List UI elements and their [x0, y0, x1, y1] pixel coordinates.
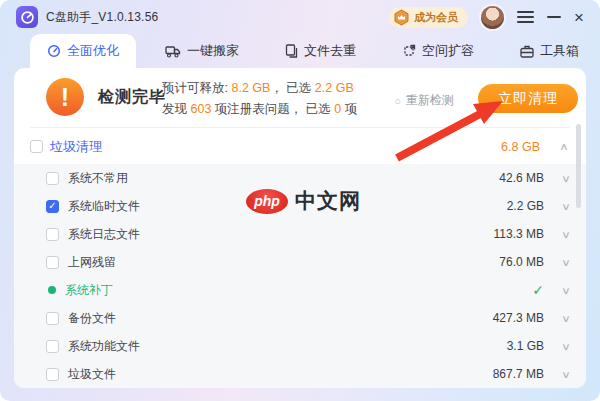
checkbox[interactable]: [46, 312, 59, 325]
tab-file-dedupe[interactable]: 文件去重: [268, 34, 373, 68]
list-item-label: 上网残留: [68, 254, 116, 271]
app-title: C盘助手_V1.0.13.56: [46, 9, 158, 26]
list-item-label: 系统日志文件: [68, 226, 140, 243]
tab-full-optimize[interactable]: 全面优化: [30, 34, 136, 68]
become-member-button[interactable]: 成为会员: [389, 7, 468, 28]
chevron-up-icon[interactable]: ∧: [556, 141, 572, 152]
scan-status: 检测完毕: [98, 87, 166, 108]
expand-space-icon: [402, 44, 416, 58]
releasable-size: 8.2 GB: [231, 81, 270, 95]
chevron-down-icon[interactable]: ∨: [558, 229, 574, 240]
item-size: 76.0 MB: [499, 255, 544, 269]
checkbox[interactable]: [46, 172, 59, 185]
chevron-down-icon[interactable]: ∨: [558, 369, 574, 380]
clean-now-button[interactable]: 立即清理: [478, 84, 578, 113]
tab-one-key-move[interactable]: 一键搬家: [148, 34, 256, 68]
chevron-down-icon[interactable]: ∨: [558, 257, 574, 268]
list-item-label: 备份文件: [68, 310, 116, 327]
list-item[interactable]: 垃圾文件 867.7 MB ∨: [14, 360, 586, 388]
summary-line2: 发现 603 项注册表问题， 已选 0 项: [162, 99, 357, 120]
list-item-label: 系统不常用: [68, 170, 128, 187]
truck-icon: [165, 45, 181, 58]
recheck-label: 重新检测: [406, 92, 454, 109]
summary-line1: 预计可释放: 8.2 GB， 已选 2.2 GB: [162, 78, 357, 99]
item-size: 867.7 MB: [493, 367, 544, 381]
list-item[interactable]: 备份文件 427.3 MB ∨: [14, 304, 586, 332]
green-dot-icon: [48, 286, 56, 294]
item-size: 42.6 MB: [499, 171, 544, 185]
item-size: 2.2 GB: [507, 199, 544, 213]
tab-label: 文件去重: [304, 42, 356, 60]
checkbox-checked[interactable]: ✓: [46, 200, 59, 213]
chevron-down-icon[interactable]: ∨: [558, 313, 574, 324]
chevron-down-icon[interactable]: ∨: [558, 285, 574, 296]
minimize-icon[interactable]: [547, 16, 561, 18]
checkbox[interactable]: [46, 228, 59, 241]
title-bar: C盘助手_V1.0.13.56 成为会员 ×: [0, 0, 600, 34]
scan-summary: 预计可释放: 8.2 GB， 已选 2.2 GB 发现 603 项注册表问题， …: [162, 78, 357, 120]
chevron-down-icon[interactable]: ∨: [558, 341, 574, 352]
list-item[interactable]: 系统补丁 ✓ ∨: [14, 276, 586, 304]
php-logo: php: [246, 189, 288, 214]
item-size: 3.1 GB: [507, 339, 544, 353]
tab-label: 全面优化: [67, 42, 119, 60]
registry-issue-count: 603: [190, 102, 211, 116]
toolbox-icon: [520, 45, 534, 58]
checkbox[interactable]: [46, 340, 59, 353]
duplicate-files-icon: [285, 44, 298, 58]
main-panel: ! 检测完毕 预计可释放: 8.2 GB， 已选 2.2 GB 发现 603 项…: [14, 68, 586, 388]
tab-bar: 全面优化 一键搬家 文件去重 空间扩容 工具箱: [30, 34, 596, 68]
menu-icon[interactable]: [517, 11, 534, 23]
list-item-label: 系统补丁: [65, 282, 113, 299]
item-size: 427.3 MB: [493, 311, 544, 325]
tab-label: 一键搬家: [187, 42, 239, 60]
app-logo-icon: [16, 6, 38, 28]
tab-space-expand[interactable]: 空间扩容: [385, 34, 491, 68]
close-icon[interactable]: ×: [574, 9, 584, 26]
group-checkbox[interactable]: [30, 140, 43, 153]
selected-size: 2.2 GB: [315, 81, 354, 95]
list-item-label: 系统临时文件: [68, 198, 140, 215]
group-label: 垃圾清理: [50, 138, 102, 156]
done-check-icon: ✓: [532, 282, 544, 298]
member-label: 成为会员: [414, 10, 458, 25]
watermark-text: 中文网: [295, 187, 361, 215]
optimize-gauge-icon: [47, 44, 61, 58]
item-size: 113.3 MB: [494, 227, 544, 241]
checkbox[interactable]: [46, 256, 59, 269]
app-window: C盘助手_V1.0.13.56 成为会员 × 全面优化 一键搬家: [0, 0, 600, 401]
scrollbar-thumb[interactable]: [576, 124, 581, 208]
tab-label: 空间扩容: [422, 42, 474, 60]
recheck-circle-icon: ○: [394, 95, 401, 107]
list-item-label: 垃圾文件: [68, 366, 116, 383]
chevron-down-icon[interactable]: ∨: [558, 201, 574, 212]
recheck-button[interactable]: ○ 重新检测: [394, 92, 454, 109]
list-item-label: 系统功能文件: [68, 338, 140, 355]
group-header-junk-clean[interactable]: 垃圾清理 6.8 GB ∧: [30, 127, 570, 165]
list-item[interactable]: 上网残留 76.0 MB ∨: [14, 248, 586, 276]
php-cn-watermark: php 中文网: [246, 187, 361, 215]
crown-badge-icon: [393, 9, 410, 26]
tab-toolbox[interactable]: 工具箱: [503, 34, 596, 68]
tab-label: 工具箱: [540, 42, 579, 60]
warning-exclamation-icon: !: [46, 78, 84, 116]
user-avatar[interactable]: [481, 6, 504, 29]
checkbox[interactable]: [46, 368, 59, 381]
list-item[interactable]: 系统功能文件 3.1 GB ∨: [14, 332, 586, 360]
list-item[interactable]: 系统日志文件 113.3 MB ∨: [14, 220, 586, 248]
group-size: 6.8 GB: [501, 140, 540, 154]
chevron-down-icon[interactable]: ∨: [558, 173, 574, 184]
